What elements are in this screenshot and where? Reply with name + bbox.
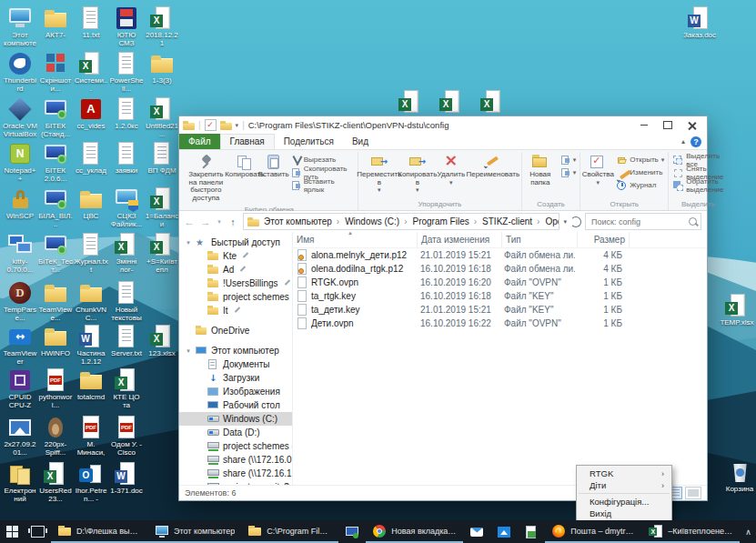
menu-item[interactable]: Конфігурація...: [577, 496, 671, 508]
refresh-icon[interactable]: [570, 216, 581, 227]
tree-item[interactable]: !UsersBillings: [179, 277, 292, 290]
tree-expand-chevron-icon[interactable]: ▾: [185, 239, 192, 246]
desktop-icon[interactable]: Oracle VM VirtualBox: [3, 96, 37, 139]
tree-item[interactable]: project schemes: [179, 290, 292, 304]
column-header-date[interactable]: Дата изменения: [418, 232, 502, 247]
copy-button[interactable]: Копировать: [230, 152, 259, 181]
desktop-icon[interactable]: ЦВС: [74, 186, 108, 221]
taskbar-button[interactable]: [463, 520, 490, 543]
desktop-icon[interactable]: pythonworl...: [38, 367, 73, 410]
history-button[interactable]: Журнал: [614, 179, 666, 191]
open-button[interactable]: Открыть: [614, 154, 666, 166]
breadcrumb-segment[interactable]: STIKZ-client: [479, 216, 542, 226]
desktop-icon[interactable]: Новый текстовый...: [109, 280, 144, 323]
desktop-icon[interactable]: Thunderbird: [3, 51, 37, 94]
desktop-icon[interactable]: [475, 89, 509, 116]
desktop-icon[interactable]: Електронний документо...: [3, 461, 37, 504]
desktop-icon[interactable]: TeamViewe...: [38, 280, 73, 323]
tree-item[interactable]: Загрузки: [179, 371, 292, 385]
tree-expand-chevron-icon[interactable]: ▾: [185, 347, 192, 355]
minimize-button[interactable]: [632, 117, 656, 133]
desktop-icon[interactable]: ChunkVNC... Удаленка: [74, 280, 108, 323]
taskbar-button[interactable]: [518, 520, 545, 543]
desktop-icon[interactable]: +S=Київтепл КТЕ).xlsx: [145, 232, 179, 275]
desktop-icon[interactable]: заявки: [109, 141, 144, 176]
tree-item[interactable]: OneDrive: [179, 324, 292, 337]
tab-file[interactable]: Файл: [179, 134, 220, 149]
taskbar-button[interactable]: Новая вкладка - G...: [366, 520, 463, 543]
desktop-icon[interactable]: 123.xlsx: [145, 324, 179, 358]
breadcrumb[interactable]: Этот компьютерWindows (C:)Program FilesS…: [243, 213, 559, 230]
desktop-icon[interactable]: БІТЕК 2.0.6...: [38, 141, 73, 184]
desktop-icon[interactable]: СЦКЗ Файлик...: [109, 186, 144, 229]
desktop-icon[interactable]: ЮТЮ СМЗ: [109, 5, 144, 48]
file-row[interactable]: ta_rtgk.key16.10.2019 16:18Файл "KEY"1 К…: [293, 289, 707, 303]
desktop-icon[interactable]: сс_vides: [74, 96, 108, 131]
desktop-icon[interactable]: Этот компьютер: [3, 5, 37, 48]
desktop-icon[interactable]: TempParse...: [3, 280, 37, 323]
desktop-icon[interactable]: Змінні лог-ни.xlsx: [109, 232, 144, 275]
tree-item[interactable]: ▾Этот компьютер: [179, 344, 292, 357]
collapse-ribbon-icon[interactable]: ▴: [681, 137, 685, 146]
tree-item[interactable]: Документы: [179, 357, 292, 371]
desktop-icon[interactable]: БіТеК_Тест...: [38, 232, 73, 275]
desktop-icon[interactable]: TeamViewer: [3, 324, 37, 367]
up-icon[interactable]: ↑: [227, 216, 239, 227]
desktop-icon[interactable]: сс_уклад: [74, 141, 108, 176]
tree-item[interactable]: Kte: [179, 249, 292, 263]
desktop-icon[interactable]: 1.2.0кс: [109, 96, 144, 131]
desktop-icon[interactable]: PowerShell...: [109, 51, 144, 94]
thumbnail-view-toggle-icon[interactable]: [685, 487, 701, 499]
back-icon[interactable]: ←: [183, 216, 196, 227]
menu-item[interactable]: RTGK›: [577, 468, 671, 479]
column-header-size[interactable]: Размер: [578, 232, 630, 247]
desktop-icon[interactable]: 1-3(3): [145, 51, 179, 85]
desktop-icon[interactable]: TEMP.xlsx: [720, 293, 754, 327]
taskbar-button[interactable]: Пошта – dmytro.p...: [545, 520, 642, 543]
menu-item[interactable]: Вихід: [577, 508, 671, 519]
desktop-icon[interactable]: 220px-Spiff...: [38, 415, 73, 458]
search-input[interactable]: [590, 216, 685, 227]
desktop-icon[interactable]: БІЛА_ВІЛ...: [38, 186, 73, 229]
taskbar-button[interactable]: Этот компьютер: [148, 520, 241, 543]
desktop-icon[interactable]: КТЕ ЦО та ПГВ.xlsx: [109, 367, 144, 410]
tree-item[interactable]: Рабочий стол: [179, 398, 292, 412]
tree-item[interactable]: share (\\172.16.1.15) (V:): [179, 467, 292, 480]
tab-view[interactable]: Вид: [343, 134, 378, 149]
taskbar-button[interactable]: –Київтеплоенерго...: [642, 520, 740, 543]
desktop-icon[interactable]: 2018.12.21 ЄСАНЦО: [145, 5, 179, 48]
breadcrumb-segment[interactable]: Program Files: [409, 216, 479, 226]
desktop-icon[interactable]: 11.txt: [74, 5, 108, 40]
desktop-icon[interactable]: Частина 1.2.12: [74, 324, 108, 367]
start-button[interactable]: [0, 520, 25, 543]
desktop-icon[interactable]: CPUID CPU-Z: [3, 367, 37, 410]
desktop-icon[interactable]: Одом У. - Cisco CCN...: [109, 415, 144, 458]
desktop-icon[interactable]: Системи...: [74, 51, 108, 94]
tree-item[interactable]: project schemes (\\172.16.1.15: [179, 439, 292, 453]
file-row[interactable]: olena.dodilna_rtgk.p1216.10.2019 16:18Фа…: [293, 262, 707, 276]
desktop-icon[interactable]: 1=Баланси КТЕ).xlsx: [145, 186, 179, 229]
new-item-button[interactable]: [558, 154, 579, 166]
tree-item[interactable]: Data (D:): [179, 426, 292, 439]
delete-button[interactable]: Удалить: [437, 152, 466, 188]
desktop-icon[interactable]: WinSCP: [3, 186, 37, 221]
edit-button[interactable]: Изменить: [614, 166, 666, 178]
easy-access-button[interactable]: [558, 166, 579, 178]
file-row[interactable]: Дети.ovpn16.10.2019 16:22Файл "OVPN"1 КБ: [293, 317, 707, 330]
desktop-icon[interactable]: Скріншоти...: [38, 51, 73, 94]
file-row[interactable]: ta_дети.key21.01.2019 15:21Файл "KEY"1 К…: [293, 303, 707, 317]
paste-button[interactable]: Вставить: [260, 152, 287, 181]
help-icon[interactable]: ?: [690, 136, 701, 147]
new-folder-button[interactable]: Новая папка: [524, 152, 557, 188]
desktop-icon[interactable]: [434, 89, 469, 116]
breadcrumb-segment[interactable]: Windows (C:): [342, 216, 409, 226]
desktop-icon[interactable]: kitty-0.70.0...: [3, 232, 37, 275]
recent-locations-chevron-icon[interactable]: ▾: [216, 218, 223, 226]
file-row[interactable]: alona.melnyk_дети.p1221.01.2019 15:21Фай…: [293, 248, 707, 262]
properties-button[interactable]: Свойства: [582, 152, 613, 188]
taskbar-button[interactable]: C:\Program Files\S...: [241, 520, 338, 543]
tree-item[interactable]: Ad: [179, 263, 292, 277]
taskbar-button[interactable]: D:\Флешка выездн...: [51, 520, 148, 543]
desktop-icon[interactable]: totalcmd: [74, 367, 108, 402]
tab-home[interactable]: Главная: [220, 134, 275, 149]
